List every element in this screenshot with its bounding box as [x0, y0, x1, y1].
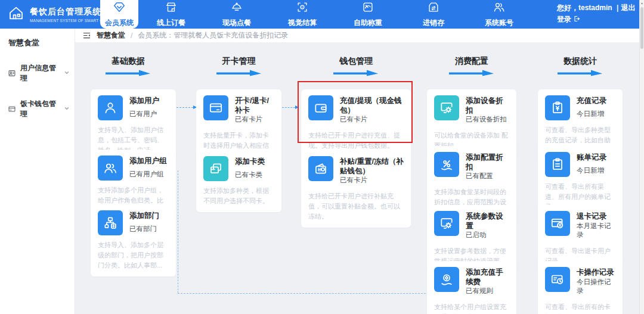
- chevron-down-icon: [64, 105, 70, 113]
- nav-menu: 会员系统 线上订餐 现场点餐: [100, 0, 532, 29]
- connector-usergroup-to-fee-vertical: [178, 170, 178, 293]
- nav-item-system-accounts[interactable]: 系统账号: [466, 0, 532, 29]
- header-arrow-icon: [333, 70, 379, 76]
- inventory-icon: [427, 1, 440, 15]
- scale-icon: [361, 1, 374, 15]
- column-header-card-management: 开卡管理: [196, 56, 281, 76]
- card-status: 已有配置: [466, 172, 509, 181]
- card-description: 支持给已开卡用户进行充值、提现。支持导出用户钱包数据。: [308, 130, 404, 151]
- card-status: 本月退卡记录: [577, 222, 615, 240]
- card-title: 开卡/退卡/补卡: [235, 97, 274, 115]
- card-recharge-withdraw[interactable]: 充值/提现（现金钱包） 已有卡片 支持给已开卡用户进行充值、提现。支持导出用户钱…: [301, 89, 411, 157]
- card-title: 添加用户: [129, 97, 159, 106]
- card-status: 已有规则: [466, 287, 509, 296]
- meal-card-icon: [8, 105, 16, 113]
- user-divider: |: [617, 4, 618, 12]
- card-history-icon: [545, 267, 570, 292]
- card-add-department[interactable]: 添加部门 已有部门 支持导入、添加多个层级的部门，把用户按部门分类。比如人事部.…: [91, 204, 176, 276]
- card-title: 添加卡类: [235, 157, 265, 167]
- vertical-scrollbar[interactable]: ▲: [639, 0, 644, 314]
- card-description: 支持给某个用户组设置充值手续费，充值途径包含微信充值及现...: [434, 302, 509, 314]
- gem-icon: [113, 1, 126, 15]
- card-add-recharge-fee[interactable]: 添加充值手续费 已有规则 支持给某个用户组设置充值手续费，充值途径包含微信充值及…: [427, 261, 516, 314]
- app-logo: 餐饮后台管理系统 MANAGEMENT SYSTEM OF SMART CANT…: [0, 0, 100, 29]
- card-status: 今日新增: [577, 166, 606, 175]
- card-status: 已启动: [466, 231, 509, 240]
- scrollbar-up-arrow[interactable]: ▲: [640, 1, 644, 5]
- card-title: 补贴/重置/冻结（补贴钱包）: [340, 157, 404, 176]
- dining-icon: [230, 1, 243, 15]
- breadcrumb: 智慧食堂 / 会员系统：管理就餐人员饭卡充值设备折扣记录: [75, 29, 639, 43]
- scan-icon: [296, 1, 309, 15]
- card-title: 退卡记录: [577, 212, 615, 222]
- nav-item-label: 进销存: [423, 18, 444, 28]
- svg-text:补: 补: [317, 167, 321, 172]
- card-status: 今日新增: [577, 110, 606, 119]
- nav-item-label: 现场点餐: [222, 18, 251, 28]
- nav-item-label: 视觉结算: [288, 18, 317, 28]
- org-chart-icon: [98, 210, 123, 235]
- card-description: 支持给已开卡用户进行补贴充值，可以重置补贴金额。也可以冻结。: [308, 191, 404, 222]
- card-subsidy-reset-freeze[interactable]: 补 补贴/重置/冻结（补贴钱包） 已有卡片 支持给已开卡用户进行补贴充值，可以重…: [301, 150, 411, 228]
- breadcrumb-root[interactable]: 智慧食堂: [97, 30, 125, 41]
- nav-item-visual-checkout[interactable]: 视觉结算: [270, 0, 335, 29]
- card-status: 已有部门: [129, 225, 159, 234]
- column-header-consumption-config: 消费配置: [427, 56, 516, 76]
- logout-icon[interactable]: [573, 16, 581, 24]
- sidebar-item-label: 饭卡钱包管理: [20, 99, 60, 119]
- nav-item-label: 系统账号: [485, 18, 513, 28]
- card-cancel-icon: [545, 211, 570, 236]
- sidebar-item-meal-card-wallet[interactable]: 饭卡钱包管理: [0, 91, 75, 127]
- card-description: 可查看、导出所有的卡操作记录，包括认证、冻结、挂失、作废等。: [545, 302, 615, 314]
- header-arrow-icon: [558, 70, 603, 76]
- app-subtitle: MANAGEMENT SYSTEM OF SMART CANTEEN: [30, 18, 119, 23]
- sidebar: 智慧食堂 用户信息管理 饭卡钱包管理: [0, 29, 75, 314]
- card-status: 已有用户: [129, 110, 159, 119]
- header-arrow-icon: [106, 70, 151, 76]
- card-title: 充值/提现（现金钱包）: [340, 97, 404, 115]
- card-title: 充值记录: [577, 97, 606, 106]
- monitor-gear-icon: [434, 211, 459, 236]
- connector-cards-to-wallet: [282, 107, 295, 108]
- nav-item-online-ordering[interactable]: 线上订餐: [138, 0, 204, 29]
- card-title: 系统参数设置: [466, 212, 509, 231]
- header-arrow-icon: [449, 70, 494, 76]
- top-navbar: 餐饮后台管理系统 MANAGEMENT SYSTEM OF SMART CANT…: [0, 0, 639, 29]
- card-add-card-type[interactable]: 添加卡类 已有卡类 支持添加多种类，根据不同用户选择不同卡。: [196, 150, 281, 212]
- clipboard-lines-icon: [545, 152, 570, 177]
- card-status: 已有设备折扣: [466, 115, 509, 124]
- breadcrumb-separator: /: [131, 32, 132, 40]
- card-status: 已有卡片: [340, 115, 404, 124]
- coin-hand-icon: [434, 267, 459, 292]
- breadcrumb-current: 会员系统：管理就餐人员饭卡充值设备折扣记录: [138, 30, 288, 41]
- accounts-icon: [493, 1, 506, 15]
- chevron-down-icon: [64, 69, 70, 77]
- card-types-icon: [203, 156, 228, 181]
- connector-usergroup-to-fee-horizontal: [178, 293, 426, 294]
- card-title: 卡操作记录: [577, 268, 615, 278]
- column-header-basic-data: 基础数据: [83, 56, 173, 76]
- nav-item-label: 线上订餐: [157, 18, 185, 28]
- card-title: 添加部门: [129, 212, 159, 221]
- storefront-icon: [165, 1, 178, 15]
- sidebar-item-user-info[interactable]: 用户信息管理: [0, 55, 75, 91]
- canteen-logo-icon: [7, 4, 25, 24]
- card-status: 已有卡片: [340, 176, 404, 185]
- nav-item-self-weighing[interactable]: 自助称重: [335, 0, 401, 29]
- card-title: 账单记录: [577, 153, 606, 163]
- column-header-wallet-management: 钱包管理: [301, 56, 411, 76]
- card-status: 已有卡片: [235, 115, 274, 124]
- card-icon: [203, 95, 228, 120]
- percent-hand-icon: [434, 152, 459, 177]
- scrollbar-thumb[interactable]: [640, 7, 643, 49]
- sidebar-collapse-icon[interactable]: [82, 31, 91, 40]
- nav-item-inventory[interactable]: 进销存: [401, 0, 466, 29]
- column-header-data-statistics: 数据统计: [538, 56, 623, 76]
- card-description: 支持添加多种类，根据不同用户选择不同卡。: [203, 186, 274, 206]
- card-title: 添加设备折扣: [466, 97, 509, 115]
- nav-item-onsite-ordering[interactable]: 现场点餐: [204, 0, 270, 29]
- card-card-operation-records[interactable]: 卡操作记录 今日操作记录 可查看、导出所有的卡操作记录，包括认证、冻结、挂失、作…: [538, 261, 623, 314]
- user-icon: [98, 95, 123, 120]
- card-status: 已有卡类: [235, 170, 265, 179]
- nav-item-member-system[interactable]: 会员系统: [100, 0, 138, 29]
